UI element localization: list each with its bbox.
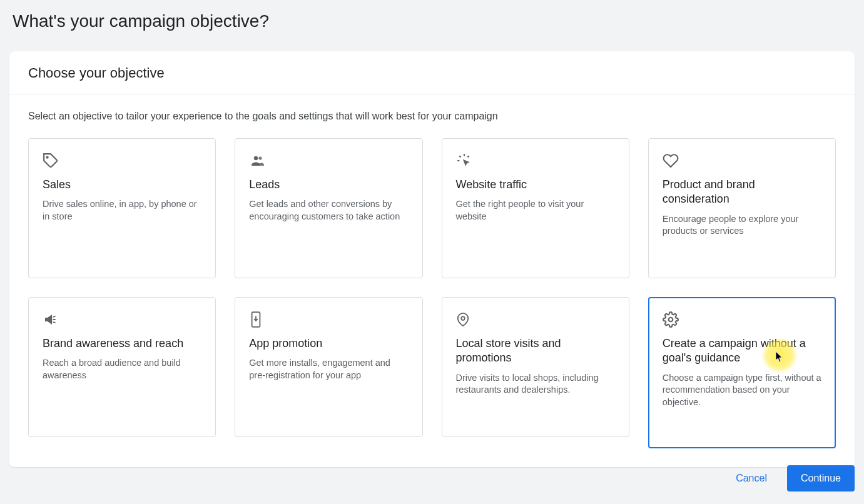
objective-description: Reach a broad audience and build awarene… bbox=[43, 357, 201, 381]
objective-description: Choose a campaign type first, without a … bbox=[663, 372, 821, 409]
megaphone-icon bbox=[43, 311, 201, 328]
phone-download-icon bbox=[249, 311, 408, 328]
objective-description: Encourage people to explore your product… bbox=[663, 213, 821, 238]
objective-description: Get more installs, engagement and pre-re… bbox=[249, 357, 408, 381]
objective-no-goal[interactable]: Create a campaign without a goal's guida… bbox=[648, 297, 836, 448]
svg-point-4 bbox=[461, 316, 465, 320]
objective-leads[interactable]: Leads Get leads and other conversions by… bbox=[235, 138, 422, 278]
objective-brand-awareness[interactable]: Brand awareness and reach Reach a broad … bbox=[28, 297, 216, 437]
pin-icon bbox=[456, 311, 615, 328]
svg-point-0 bbox=[47, 157, 48, 158]
svg-point-5 bbox=[669, 318, 673, 322]
section-subtitle: Select an objective to tailor your exper… bbox=[28, 111, 836, 122]
objective-description: Get leads and other conversions by encou… bbox=[249, 198, 408, 223]
objective-brand-consideration[interactable]: Product and brand consideration Encourag… bbox=[648, 138, 836, 278]
objective-section: Choose your objective Select an objectiv… bbox=[9, 51, 855, 467]
objective-description: Get the right people to visit your websi… bbox=[456, 198, 615, 223]
click-icon bbox=[456, 153, 615, 169]
objective-website-traffic[interactable]: Website traffic Get the right people to … bbox=[442, 138, 629, 278]
continue-button[interactable]: Continue bbox=[787, 465, 855, 491]
svg-point-1 bbox=[254, 156, 258, 160]
cancel-button[interactable]: Cancel bbox=[728, 466, 775, 490]
people-icon bbox=[249, 153, 408, 169]
objective-title: App promotion bbox=[249, 336, 408, 351]
heart-icon bbox=[663, 153, 821, 169]
objectives-grid: Sales Drive sales online, in app, by pho… bbox=[28, 138, 836, 448]
objective-sales[interactable]: Sales Drive sales online, in app, by pho… bbox=[28, 138, 216, 278]
objective-description: Drive sales online, in app, by phone or … bbox=[43, 198, 201, 223]
section-header: Choose your objective bbox=[9, 51, 855, 94]
objective-title: Leads bbox=[249, 178, 408, 192]
objective-title: Website traffic bbox=[456, 178, 615, 192]
objective-title: Create a campaign without a goal's guida… bbox=[663, 336, 821, 366]
tag-icon bbox=[43, 153, 201, 169]
objective-title: Brand awareness and reach bbox=[43, 336, 201, 351]
gear-icon bbox=[663, 311, 821, 328]
objective-app-promotion[interactable]: App promotion Get more installs, engagem… bbox=[235, 297, 422, 437]
page-title: What's your campaign objective? bbox=[0, 0, 864, 31]
section-header-title: Choose your objective bbox=[28, 65, 836, 81]
objective-description: Drive visits to local shops, including r… bbox=[456, 372, 615, 396]
objective-local-store[interactable]: Local store visits and promotions Drive … bbox=[442, 297, 629, 437]
footer-actions: Cancel Continue bbox=[728, 465, 855, 491]
svg-point-2 bbox=[259, 156, 262, 159]
objective-title: Local store visits and promotions bbox=[456, 336, 615, 366]
objective-title: Sales bbox=[43, 178, 201, 192]
objective-title: Product and brand consideration bbox=[663, 178, 821, 207]
